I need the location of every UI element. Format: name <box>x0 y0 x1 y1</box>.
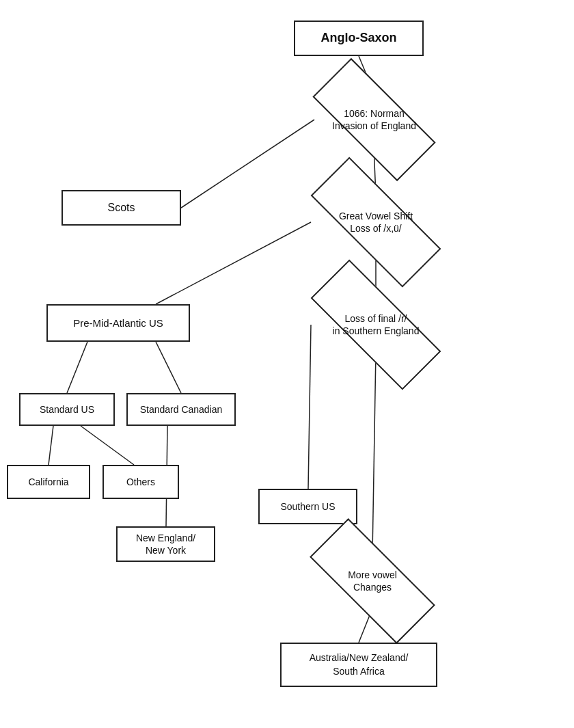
connector-svg <box>0 0 574 728</box>
node-pre-mid-atlantic: Pre-Mid-Atlantic US <box>46 304 190 342</box>
node-standard-canadian: Standard Canadian <box>126 393 236 426</box>
node-great-vowel-shift: Great Vowel ShiftLoss of /x,ü/ <box>311 195 441 250</box>
node-scots: Scots <box>62 190 181 226</box>
node-loss-final-r: Loss of final /r/in Southern England <box>311 297 441 352</box>
svg-line-6 <box>156 342 181 393</box>
node-australia: Australia/New Zealand/South Africa <box>280 643 437 687</box>
svg-line-11 <box>372 352 376 554</box>
svg-line-8 <box>81 426 134 465</box>
node-new-england: New England/New York <box>116 526 215 562</box>
svg-line-7 <box>49 426 53 465</box>
node-california: California <box>7 465 90 499</box>
svg-line-5 <box>67 342 87 393</box>
node-more-vowel-changes: More vowelChanges <box>311 554 434 608</box>
diagram-container: Anglo-Saxon 1066: NormanInvasion of Engl… <box>0 0 574 728</box>
svg-line-1 <box>181 120 314 208</box>
node-southern-us: Southern US <box>258 489 357 524</box>
node-standard-us: Standard US <box>19 393 115 426</box>
node-others: Others <box>102 465 179 499</box>
node-anglo-saxon: Anglo-Saxon <box>294 21 424 56</box>
svg-line-3 <box>156 222 311 304</box>
node-norman-invasion: 1066: NormanInvasion of England <box>314 92 434 147</box>
